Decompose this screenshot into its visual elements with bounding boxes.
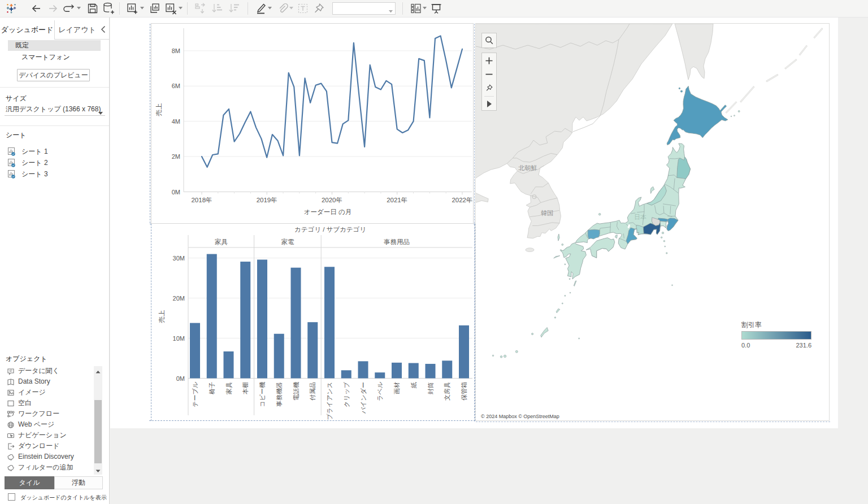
device-preview-button[interactable]: デバイスのプレビュー [17, 69, 90, 81]
object-item-download[interactable]: ダウンロード [0, 441, 93, 451]
island-goto[interactable] [554, 256, 560, 258]
bar[interactable] [307, 322, 318, 378]
bar[interactable] [459, 325, 469, 379]
bar-chart-zone[interactable]: カテゴリ / サブカテゴリ0M10M20M30M売上家具家電事務用品テーブル椅子… [151, 224, 474, 421]
small-island[interactable] [554, 317, 555, 318]
small-island[interactable] [565, 264, 566, 265]
show-cards-button[interactable] [409, 2, 423, 15]
kyushu[interactable] [561, 243, 587, 279]
small-island[interactable] [679, 88, 680, 89]
object-item-workflow[interactable]: ワークフロー [0, 409, 93, 419]
prefecture-chiba[interactable] [667, 218, 678, 231]
small-island[interactable] [562, 303, 563, 304]
bar[interactable] [358, 361, 368, 378]
small-island[interactable] [680, 90, 682, 92]
sheet-item-3[interactable]: シート 3 [0, 168, 109, 180]
new-worksheet-caret[interactable] [140, 7, 145, 11]
small-island[interactable] [738, 111, 740, 112]
shikoku[interactable] [586, 238, 615, 258]
size-dropdown[interactable]: 汎用デスクトップ (1366 x 768) [5, 103, 105, 116]
small-island[interactable] [515, 350, 518, 353]
bar[interactable] [291, 268, 301, 379]
map-pin-button[interactable] [482, 81, 496, 94]
prefecture-aichi[interactable] [636, 225, 644, 234]
zoom-in-button[interactable] [482, 54, 496, 67]
clear-sheet-caret[interactable] [179, 7, 183, 11]
fit-combobox-caret[interactable] [389, 7, 393, 15]
bar[interactable] [375, 372, 385, 378]
collapse-pane-icon[interactable] [101, 25, 108, 34]
small-island[interactable] [500, 356, 502, 358]
bar[interactable] [392, 363, 402, 379]
object-item-webpage[interactable]: Web ページ [0, 419, 93, 430]
back-button[interactable] [29, 2, 43, 15]
small-island[interactable] [666, 253, 667, 254]
objects-scrollbar[interactable] [94, 366, 102, 475]
map-kuril-island[interactable] [799, 45, 808, 55]
island-tane[interactable] [574, 281, 576, 286]
island-amami[interactable] [556, 309, 559, 312]
small-island[interactable] [570, 292, 571, 293]
bar[interactable] [409, 363, 419, 379]
bar[interactable] [190, 323, 200, 379]
pin-button[interactable] [312, 2, 326, 15]
tiled-button[interactable]: タイル [5, 476, 54, 489]
tab-dashboard[interactable]: ダッシュボード [0, 20, 55, 40]
island-okinawa[interactable] [541, 328, 548, 338]
duplicate-sheet-button[interactable] [148, 2, 162, 15]
scrollbar-thumb[interactable] [94, 400, 102, 463]
object-item-navigation[interactable]: ナビゲーション [0, 430, 93, 441]
sales-by-subcategory-bar-chart[interactable]: カテゴリ / サブカテゴリ0M10M20M30M売上家具家電事務用品テーブル椅子… [151, 224, 474, 421]
prefecture-kanagawa[interactable] [660, 221, 666, 228]
small-island[interactable] [579, 338, 580, 339]
bar[interactable] [341, 370, 351, 378]
tab-layout[interactable]: レイアウト [55, 20, 99, 40]
save-button[interactable] [86, 2, 99, 15]
map-kuril-island[interactable] [785, 59, 797, 69]
bar[interactable] [207, 254, 217, 379]
dashboard-version-smartphone[interactable]: スマートフォン [0, 52, 109, 63]
small-island[interactable] [663, 240, 665, 242]
new-worksheet-button[interactable] [125, 2, 139, 15]
dashboard-version-default[interactable]: 既定 [8, 40, 101, 51]
fit-combobox[interactable] [332, 2, 396, 15]
bar[interactable] [257, 260, 267, 379]
highlight-caret[interactable] [268, 7, 272, 11]
small-island[interactable] [492, 355, 493, 356]
sheet-item-1[interactable]: シート 1 [0, 146, 109, 157]
scroll-up-arrow[interactable] [96, 368, 101, 373]
map-expand-button[interactable] [482, 97, 496, 111]
small-island[interactable] [560, 250, 561, 251]
bar[interactable] [426, 364, 436, 379]
small-island[interactable] [562, 244, 563, 245]
scroll-down-arrow[interactable] [96, 467, 101, 472]
map-kuril-island[interactable] [814, 28, 823, 38]
island-awaji[interactable] [615, 235, 617, 238]
small-island[interactable] [504, 355, 506, 357]
map-search-button[interactable] [481, 33, 497, 48]
object-item-add-filter[interactable]: フィルターの追加 [0, 462, 93, 473]
japan-choropleth-map[interactable]: 北朝鮮韓国日本 [476, 24, 829, 420]
map-kuril-island[interactable] [766, 74, 778, 82]
presentation-mode-button[interactable] [429, 2, 443, 15]
show-cards-caret[interactable] [423, 7, 427, 11]
undo-redo-caret[interactable] [77, 7, 81, 11]
line-chart-zone[interactable]: 0M2M4M6M8M2018年2019年2020年2021年2022年オーダー日… [151, 23, 474, 224]
highlight-button[interactable] [254, 2, 268, 15]
island-tsushima[interactable] [558, 234, 559, 241]
map-kuril-island[interactable] [740, 86, 754, 103]
sheet-item-2[interactable]: シート 2 [0, 157, 109, 168]
small-island[interactable] [662, 232, 663, 234]
object-item-image[interactable]: イメージ [0, 387, 93, 398]
small-island[interactable] [565, 295, 566, 296]
prefecture-iwate[interactable] [677, 157, 691, 179]
small-island[interactable] [672, 285, 673, 286]
object-item-einstein[interactable]: Einstein Discovery [0, 451, 93, 462]
object-item-blank[interactable]: 空白 [0, 398, 93, 409]
forward-button[interactable] [46, 2, 60, 15]
small-island[interactable] [665, 246, 666, 247]
clear-sheet-button[interactable] [164, 2, 177, 15]
small-island[interactable] [598, 213, 601, 215]
floating-button[interactable]: 浮動 [54, 476, 103, 489]
small-island[interactable] [532, 333, 533, 334]
